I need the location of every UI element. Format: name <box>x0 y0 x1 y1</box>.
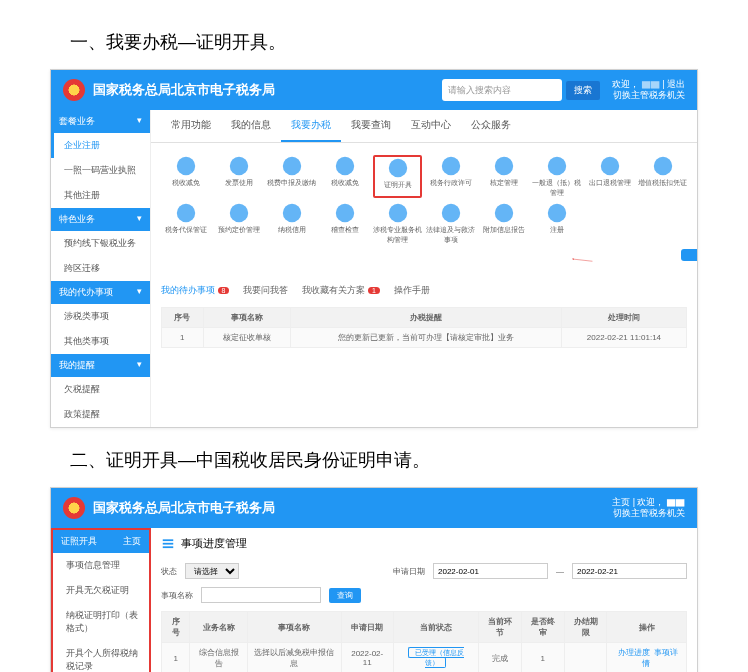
tab[interactable]: 我要查询 <box>341 110 401 142</box>
step1-heading: 一、我要办税—证明开具。 <box>70 30 698 54</box>
th: 处理时间 <box>561 308 686 328</box>
sidebar-heading: 证照开具主页 <box>53 530 149 553</box>
main-content: 事项进度管理 状态 请选择 申请日期 — 事项名称 查询 <box>151 528 697 672</box>
subtab-active[interactable]: 我的待办事项 8 <box>161 284 229 297</box>
sidebar-item[interactable]: 一照一码营业执照 <box>51 158 150 183</box>
svg-point-8 <box>600 157 618 175</box>
sidebar-item[interactable]: 其他类事项 <box>51 329 150 354</box>
filter-row-2: 事项名称 查询 <box>151 583 697 607</box>
status-select[interactable]: 请选择 <box>185 563 239 579</box>
svc-icon-8[interactable]: 出口退税管理 <box>585 155 634 198</box>
svc-icon-9[interactable]: 增值税抵扣凭证 <box>638 155 687 198</box>
svg-marker-19 <box>572 258 574 260</box>
filter-row-1: 状态 请选择 申请日期 — <box>151 559 697 583</box>
th: 办税提醒 <box>290 308 561 328</box>
label: 申请日期 <box>393 566 425 577</box>
svg-point-16 <box>494 204 512 222</box>
svc-icon-r2-4[interactable]: 附加信息报告 <box>479 202 528 245</box>
sidebar-item[interactable]: 开具个人所得税纳税记录 <box>53 641 149 672</box>
count-badge: 8 <box>218 287 230 294</box>
svc-icon-1[interactable]: 发票使用 <box>214 155 263 198</box>
switch-tax-office[interactable]: 切换主管税务机关 <box>612 508 685 519</box>
main-tabs: 常用功能 我的信息 我要办税 我要查询 互动中心 公众服务 <box>151 110 697 143</box>
svg-point-4 <box>388 159 406 177</box>
search-input[interactable]: 请输入搜索内容 <box>442 79 562 101</box>
sidebar-item[interactable]: 纳税证明打印（表格式） <box>53 603 149 641</box>
sidebar-item[interactable]: 预约线下银税业务 <box>51 231 150 256</box>
tab[interactable]: 常用功能 <box>161 110 221 142</box>
sidebar-item[interactable]: 事项信息管理 <box>53 553 149 578</box>
label: 状态 <box>161 566 177 577</box>
sidebar: 套餐业务▾ 企业注册 一照一码营业执照 其他注册 特色业务▾ 预约线下银税业务 … <box>51 110 151 427</box>
search-button[interactable]: 搜索 <box>566 81 600 100</box>
th: 事项名称 <box>203 308 290 328</box>
subtab[interactable]: 我要问我答 <box>243 284 288 297</box>
svg-point-11 <box>229 204 247 222</box>
app-title: 国家税务总局北京市电子税务局 <box>93 499 600 517</box>
todo-table: 序号 事项名称 办税提醒 处理时间 1 核定征收单核 您的更新已更新，当前可办理… <box>161 307 687 348</box>
exit-link[interactable]: 退出 <box>667 79 685 89</box>
th: 序号 <box>162 308 204 328</box>
sidebar-item[interactable]: 跨区迁移 <box>51 256 150 281</box>
svc-icon-5[interactable]: 税务行政许可 <box>426 155 475 198</box>
smart-assistant-tab[interactable]: 智能客服 <box>681 249 697 261</box>
sidebar-item[interactable]: 其他注册 <box>51 183 150 208</box>
home-link[interactable]: 主页 <box>612 497 630 507</box>
svc-icon-10[interactable]: 税务代保管证 <box>161 202 210 245</box>
svc-icon-2[interactable]: 税费申报及缴纳 <box>267 155 316 198</box>
svg-rect-21 <box>163 542 174 544</box>
search-button[interactable]: 查询 <box>329 588 361 603</box>
subtab[interactable]: 我收藏有关方案 1 <box>302 284 379 297</box>
svg-point-13 <box>335 204 353 222</box>
progress-link[interactable]: 办理进度 <box>618 648 650 657</box>
status-badge: 已受理（信息反馈） <box>408 647 464 668</box>
svc-icon-6[interactable]: 核定管理 <box>479 155 528 198</box>
svc-icon-r2-5[interactable]: 注册 <box>532 202 581 245</box>
svg-point-5 <box>441 157 459 175</box>
svg-point-15 <box>441 204 459 222</box>
table-row[interactable]: 1 综合信息报告 选择以后减免税申报信息 2022-02-11 已受理（信息反馈… <box>162 643 687 673</box>
topbar: 国家税务总局北京市电子税务局 主页 | 欢迎， ▇▇ 切换主管税务机关 <box>51 488 697 528</box>
emblem-icon <box>63 497 85 519</box>
svc-icon-r2-1[interactable]: 稽查检查 <box>320 202 369 245</box>
svg-point-17 <box>547 204 565 222</box>
subtab[interactable]: 操作手册 <box>394 284 430 297</box>
sidebar-item[interactable]: 欠税提醒 <box>51 377 150 402</box>
tab[interactable]: 互动中心 <box>401 110 461 142</box>
date-from-input[interactable] <box>433 563 548 579</box>
svc-icon-certificate-highlighted[interactable]: 证明开具 <box>373 155 422 198</box>
main-content: 常用功能 我的信息 我要办税 我要查询 互动中心 公众服务 税收减免 发票使用 … <box>151 110 697 427</box>
tab-active[interactable]: 我要办税 <box>281 110 341 142</box>
tab[interactable]: 我的信息 <box>221 110 281 142</box>
svc-icon-r2-3[interactable]: 法律追及与救济事项 <box>426 202 475 245</box>
svc-icon-0[interactable]: 税收减免 <box>161 155 210 198</box>
sidebar-item[interactable]: 开具无欠税证明 <box>53 578 149 603</box>
sidebar-item[interactable]: 企业注册 <box>51 133 150 158</box>
svg-rect-22 <box>163 546 174 548</box>
date-to-input[interactable] <box>572 563 687 579</box>
subtabs: 我的待办事项 8 我要问我答 我收藏有关方案 1 操作手册 <box>151 278 697 303</box>
svc-icon-11[interactable]: 预约定价管理 <box>214 202 263 245</box>
emblem-icon <box>63 79 85 101</box>
count-badge: 1 <box>368 287 380 294</box>
user-info: 欢迎， ▇▇ | 退出 切换主管税务机关 <box>612 79 685 101</box>
svc-icon-r2-0[interactable]: 纳税信用 <box>267 202 316 245</box>
switch-tax-office[interactable]: 切换主管税务机关 <box>612 90 685 101</box>
app-title: 国家税务总局北京市电子税务局 <box>93 81 442 99</box>
svc-icon-r2-2[interactable]: 涉税专业服务机构管理 <box>373 202 422 245</box>
sidebar-item[interactable]: 涉税类事项 <box>51 304 150 329</box>
progress-table: 序号 业务名称 事项名称 申请日期 当前状态 当前环节 是否终审 办结期限 操作… <box>161 611 687 672</box>
svg-point-14 <box>388 204 406 222</box>
sidebar-item[interactable]: 政策提醒 <box>51 402 150 427</box>
svg-point-3 <box>335 157 353 175</box>
table-row[interactable]: 1 核定征收单核 您的更新已更新，当前可办理【请核定审批】业务 2022-02-… <box>162 328 687 348</box>
list-icon <box>161 537 175 551</box>
svc-icon-3[interactable]: 税收减免 <box>320 155 369 198</box>
tab[interactable]: 公众服务 <box>461 110 521 142</box>
svg-rect-20 <box>163 539 174 541</box>
item-name-input[interactable] <box>201 587 321 603</box>
home-icon[interactable]: 主页 <box>123 535 141 548</box>
svg-line-18 <box>573 259 593 261</box>
svc-icon-7[interactable]: 一般退（抵）税管理 <box>532 155 581 198</box>
arrow-annotation <box>479 249 687 272</box>
